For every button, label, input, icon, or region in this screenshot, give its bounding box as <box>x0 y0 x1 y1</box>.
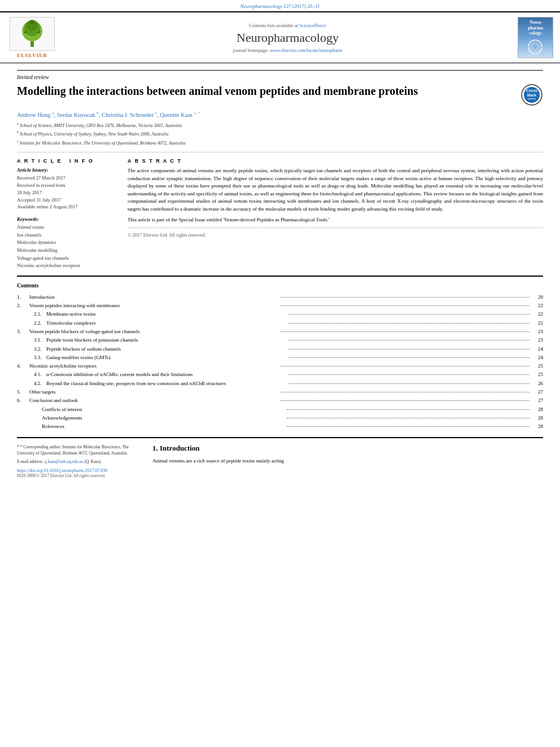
history-title: Article history: <box>17 167 119 173</box>
intro-text: Animal venoms are a rich source of pepti… <box>152 457 543 465</box>
email-link[interactable]: q.kaas@imb.uq.edu.au <box>45 459 84 464</box>
keyword-5: Voltage-gated ion channels <box>17 255 119 263</box>
abstract-para-1: The active components of animal venoms a… <box>128 167 543 213</box>
toc-list: 1. Introduction 20 2. Venom peptides int… <box>17 293 543 431</box>
main-content: Invited review Modelling the interaction… <box>0 63 560 485</box>
corresponding-footnote: * * Corresponding author. Institute for … <box>17 444 141 457</box>
toc-item-3: 3. Venom peptide blockers of voltage-gat… <box>17 327 543 336</box>
toc-item-acknowledgements: Acknowledgements 28 <box>17 414 543 422</box>
authors-line: Andrew Hung a, Serdar Kuyucak b, Christi… <box>17 111 543 118</box>
journal-name: Neuropharmacology <box>63 30 512 45</box>
toc-item-conflicts: Conflicts of interest 28 <box>17 405 543 414</box>
toc-item-4: 4. Nicotinic acetylcholine receptors 25 <box>17 362 543 370</box>
svg-point-6 <box>31 21 33 24</box>
toc-item-2-2: 2.2. Trimolecular complexes 22 <box>17 319 543 327</box>
homepage-label: journal homepage: <box>233 47 269 53</box>
email-footnote: E-mail address: q.kaas@imb.uq.edu.au (Q.… <box>17 458 141 465</box>
keywords-title: Keywords: <box>17 216 119 222</box>
contents-section: Contents 1. Introduction 20 2. Venom pep… <box>17 276 543 431</box>
author-andrew: Andrew Hung <box>17 112 51 118</box>
toc-item-2: 2. Venom peptides interacting with membr… <box>17 302 543 310</box>
author-christina-sup: c <box>155 111 157 115</box>
abstract-label: A B S T R A C T <box>128 158 543 164</box>
article-info-label: A R T I C L E I N F O <box>17 158 119 164</box>
toc-item-2-1: 2.1. Membrane-active toxins 22 <box>17 310 543 318</box>
copyright-line: © 2017 Elsevier Ltd. All rights reserved… <box>128 228 543 239</box>
toc-item-6: 6. Conclusion and outlook 27 <box>17 396 543 405</box>
author-andrew-sup: a <box>52 111 54 115</box>
article-history: Article history: Received 27 March 2017 … <box>17 167 119 211</box>
svg-rect-0 <box>30 41 34 47</box>
toc-item-3-2: 3.2. Peptide blockers of sodium channels… <box>17 345 543 353</box>
svg-text:Cross: Cross <box>526 89 537 93</box>
affiliation-b: b School of Physics, University of Sydne… <box>17 130 543 138</box>
doi-link[interactable]: https://doi.org/10.1016/j.neuropharm.201… <box>17 468 107 473</box>
author-serdar: Serdar Kuyucak <box>57 112 95 118</box>
journal-header: ELSEVIER Contents lists available at Sci… <box>0 11 560 63</box>
bottom-section: * * Corresponding author. Institute for … <box>17 438 543 479</box>
article-info-col: A R T I C L E I N F O Article history: R… <box>17 158 119 269</box>
svg-point-4 <box>24 31 27 33</box>
toc-item-5: 5. Other targets 27 <box>17 388 543 396</box>
introduction-col: 1. Introduction Animal venoms are a rich… <box>152 444 543 479</box>
received-date: Received 27 March 2017 <box>17 174 119 182</box>
article-type: Invited review <box>17 70 543 80</box>
issn-line: 0028-3908/© 2017 Elsevier Ltd. All right… <box>17 473 141 478</box>
elsevier-logo: ELSEVIER <box>7 17 58 58</box>
svg-text:Mark: Mark <box>527 93 536 97</box>
author-christina: Christina I. Schroeder <box>102 112 154 118</box>
keyword-1: Animal toxins <box>17 224 119 231</box>
contents-line: Contents lists available at ScienceDirec… <box>63 23 512 28</box>
available-date: Available online 2 August 2017 <box>17 203 119 211</box>
toc-item-1: 1. Introduction 20 <box>17 293 543 302</box>
journal-citation: Neuropharmacology 127 (2017) 20–31 <box>0 0 560 11</box>
abstract-text: The active components of animal venoms a… <box>128 167 543 238</box>
article-title-section: Modelling the interactions between anima… <box>17 84 543 106</box>
toc-item-4-1: 4.1. α-Conotoxin inhibition of nAChRs: c… <box>17 370 543 379</box>
intro-heading: 1. Introduction <box>152 444 543 453</box>
article-title: Modelling the interactions between anima… <box>17 84 515 98</box>
abstract-col: A B S T R A C T The active components of… <box>128 158 543 269</box>
keyword-4: Molecular modelling <box>17 247 119 255</box>
keywords-section: Keywords: Animal toxins Ion channels Mol… <box>17 216 119 270</box>
toc-item-3-1: 3.1. Peptide toxin blockers of potassium… <box>17 336 543 344</box>
article-info-abstract: A R T I C L E I N F O Article history: R… <box>17 152 543 269</box>
author-quentin-sup: c, * <box>194 111 200 115</box>
affiliation-c: c Institute for Molecular Bioscience, Th… <box>17 139 543 147</box>
received-revised-label: Received in revised form <box>17 182 119 189</box>
homepage-url[interactable]: www.elsevier.com/locate/neuropharm <box>270 47 343 53</box>
keyword-2: Ion channels <box>17 231 119 239</box>
toc-item-references: References 28 <box>17 422 543 431</box>
author-quentin: Quentin Kaas <box>160 112 193 118</box>
keyword-3: Molecular dynamics <box>17 239 119 247</box>
contents-title: Contents <box>17 282 543 289</box>
toc-item-4-2: 4.2. Beyond the classical binding site; … <box>17 379 543 388</box>
svg-point-5 <box>38 31 40 33</box>
affiliation-a: a School of Science, RMIT University, GP… <box>17 121 543 129</box>
affiliations: a School of Science, RMIT University, GP… <box>17 121 543 147</box>
accepted-date: Accepted 31 July 2017 <box>17 196 119 204</box>
keyword-6: Nicotinic acetylcholine receptors <box>17 262 119 270</box>
abstract-para-2: This article is part of the Special Issu… <box>128 216 543 224</box>
elsevier-logo-image <box>10 17 55 51</box>
journal-thumbnail: Neuropharmacology <box>518 17 553 58</box>
author-serdar-sup: b <box>97 111 99 115</box>
doi-line: https://doi.org/10.1016/j.neuropharm.201… <box>17 468 141 473</box>
elsevier-wordmark: ELSEVIER <box>17 53 47 58</box>
received-revised-date: 18 July 2017 <box>17 189 119 196</box>
journal-title-area: Contents lists available at ScienceDirec… <box>63 23 512 53</box>
crossmark-badge[interactable]: Cross Mark <box>520 84 543 106</box>
sciencedirect-link[interactable]: ScienceDirect <box>299 23 326 28</box>
footnotes-col: * * Corresponding author. Institute for … <box>17 444 141 479</box>
svg-point-11 <box>533 45 537 49</box>
toc-item-3-3: 3.3. Gating-modifier toxins (GMTs) 24 <box>17 353 543 362</box>
journal-homepage: journal homepage: www.elsevier.com/locat… <box>63 47 512 53</box>
